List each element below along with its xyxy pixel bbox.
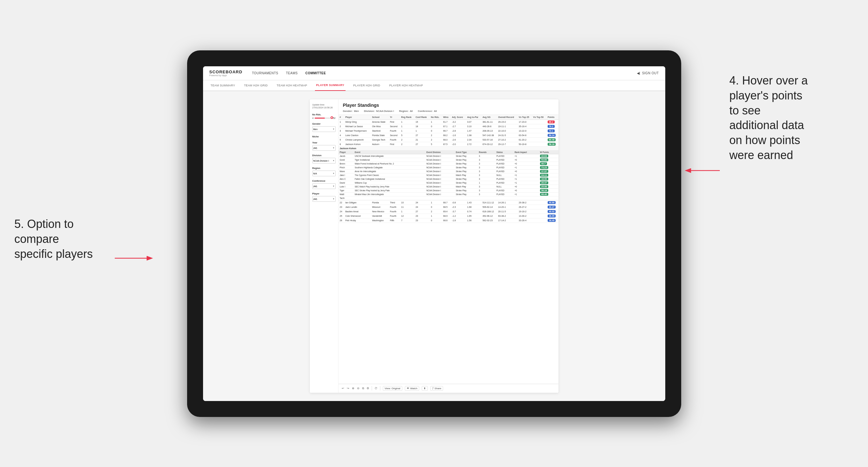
settings-icon[interactable]: ⚙ xyxy=(367,387,369,390)
cell-avg-sg: 509-62-14 xyxy=(481,205,497,209)
cell-points[interactable]: 38.95 xyxy=(546,214,558,218)
cell-avg-par: 1.98 xyxy=(466,133,481,137)
cell-points[interactable]: 40.02 xyxy=(546,209,558,214)
region-select[interactable]: N/A xyxy=(312,170,336,176)
subnav-player-h2h-heatmap[interactable]: PLAYER H2H HEATMAP xyxy=(388,80,424,91)
cell-conf-rank: 23 xyxy=(414,218,430,222)
points-badge[interactable]: 88.2 xyxy=(548,121,555,123)
points-badge[interactable]: 76.2 xyxy=(548,125,555,128)
update-time: 27/01/2024 16:56:26 xyxy=(312,106,336,110)
cell-vs25: 29-38-2 xyxy=(517,200,532,205)
annotation-5: 5. Option tocomparespecific players xyxy=(14,217,93,260)
subnav-team-h2h-heatmap[interactable]: TEAM H2H HEATMAP xyxy=(275,80,309,91)
cell-points[interactable]: 38.49 xyxy=(546,218,558,222)
watch-button[interactable]: 👁 Watch xyxy=(405,386,419,391)
year-select-wrapper: (All) ▼ xyxy=(312,145,336,151)
d-division: NCAA Division I xyxy=(425,165,455,169)
points-badge[interactable]: 68.34 xyxy=(548,134,556,137)
cell-points[interactable]: 88.2 xyxy=(546,120,558,124)
table-row: 6 Jackson Kohon Auburn First 2 27 5 87.5… xyxy=(339,142,558,146)
nav-teams[interactable]: TEAMS xyxy=(286,71,298,75)
cell-vs25: 13-30-2 xyxy=(517,214,532,218)
d-division: NCAA Division I xyxy=(425,188,455,192)
table-body: 1 Wenyi Ding Arizona State First 1 15 1 … xyxy=(339,120,558,222)
points-badge[interactable]: 58.18 xyxy=(548,143,556,146)
subnav-team-summary[interactable]: TEAM SUMMARY xyxy=(210,80,237,91)
d-type: Stroke Play xyxy=(455,177,477,181)
d-status: PLAYED xyxy=(495,169,513,173)
cell-vs25: 61-20-2 xyxy=(517,137,532,142)
cell-vs25: 63-54-6 xyxy=(517,133,532,137)
undo-icon[interactable]: ↩ xyxy=(342,387,344,390)
cell-points[interactable]: 60.49 xyxy=(546,137,558,142)
cell-player: Ian Gilligan xyxy=(344,200,371,205)
d-type: Stroke Play xyxy=(455,188,477,192)
zoom-in-icon[interactable]: ⊕ xyxy=(352,387,354,390)
cell-reg-rank: 12 xyxy=(400,214,414,218)
sign-out-link[interactable]: Sign out xyxy=(642,71,658,75)
points-badge[interactable]: 38.95 xyxy=(548,215,556,217)
cell-points[interactable]: 40.68 xyxy=(546,200,558,205)
points-badge[interactable]: 38.49 xyxy=(548,219,556,222)
d-rank: +0 xyxy=(513,162,539,165)
share-button[interactable]: ⤴ Share xyxy=(430,386,443,391)
cell-points[interactable]: 72.1 xyxy=(546,128,558,133)
cell-reg-rank: 2 xyxy=(400,137,414,142)
table-row: 26 Petr Hruby Washington Fifth 7 23 0 68… xyxy=(339,218,558,222)
d-player: Tiger xyxy=(339,188,353,192)
table-row: 2 Michael La Sasso Ole Miss Second 1 18 … xyxy=(339,124,558,128)
subnav-player-h2h-grid[interactable]: PLAYER H2H GRID xyxy=(352,80,381,91)
zoom-out-icon[interactable]: ⊖ xyxy=(357,387,360,390)
conference-select[interactable]: (All) xyxy=(312,183,336,189)
cell-overall: 14-20-1 xyxy=(497,205,518,209)
year-select[interactable]: (All) xyxy=(312,145,336,151)
gender-select[interactable]: Men xyxy=(312,126,336,132)
cell-conf-rank: 24 xyxy=(414,205,430,209)
cell-overall: 22-10-0 xyxy=(497,128,518,133)
cell-player: Jack Lundin xyxy=(344,205,371,209)
cell-reg-rank: 2 xyxy=(400,142,414,146)
redo-icon[interactable]: ↪ xyxy=(347,387,349,390)
d-division: NCAA Division I xyxy=(425,158,455,162)
points-badge[interactable]: 72.1 xyxy=(548,129,555,132)
d-points: 73.23 xyxy=(539,165,558,169)
player-select[interactable]: (All) xyxy=(312,196,336,202)
cell-points[interactable]: 40.27 xyxy=(546,205,558,209)
cell-vs50 xyxy=(532,209,546,214)
subnav-player-summary[interactable]: PLAYER SUMMARY xyxy=(315,80,346,91)
d-points: 16.50 xyxy=(539,177,558,181)
cell-adj-score: -2.8 xyxy=(451,128,466,133)
d-player: Alex C xyxy=(339,177,353,181)
cell-overall: 20-11-5 xyxy=(497,209,518,214)
subnav-team-h2h-grid[interactable]: TEAM H2H GRID xyxy=(243,80,269,91)
copy-icon[interactable]: ⧉ xyxy=(362,387,364,390)
d-player: David xyxy=(339,181,353,185)
cell-adj-score: -1.8 xyxy=(451,218,466,222)
cell-points[interactable]: 76.2 xyxy=(546,124,558,128)
cell-points[interactable]: 68.34 xyxy=(546,133,558,137)
update-label: Update time: xyxy=(312,103,336,106)
detail-data-row: Phich Southern Highlands Collegiate NCAA… xyxy=(339,165,558,169)
cell-wins: 61.7 xyxy=(442,120,451,124)
right-panel: Player Standings Gender: Men Division: N… xyxy=(339,99,558,393)
range-track[interactable] xyxy=(315,118,332,119)
tablet-screen: SCOREBOARD Powered by clippi TOURNAMENTS… xyxy=(203,66,665,401)
points-badge[interactable]: 60.49 xyxy=(548,138,556,141)
cell-school: Arizona State xyxy=(371,120,389,124)
cell-points[interactable]: 58.18 xyxy=(546,142,558,146)
points-badge[interactable]: 40.68 xyxy=(548,201,556,204)
download-button[interactable]: ⬇ xyxy=(422,386,428,391)
view-original-button[interactable]: View: Original xyxy=(383,386,402,391)
filter-gender: Gender: Men xyxy=(343,110,359,113)
division-select[interactable]: NCAA Division I xyxy=(312,158,336,163)
cell-yr: Fourth xyxy=(389,205,400,209)
cell-wins: 68.9 xyxy=(442,214,451,218)
cell-overall: 29-15-0 xyxy=(497,120,518,124)
detail-tbody: Jacob UNCW Seahawk Intercollegiate NCAA … xyxy=(339,154,558,200)
points-badge[interactable]: 40.27 xyxy=(548,206,556,209)
nav-committee[interactable]: COMMITTEE xyxy=(305,71,326,75)
points-badge[interactable]: 40.02 xyxy=(548,210,556,213)
nav-tournaments[interactable]: TOURNAMENTS xyxy=(252,71,278,75)
timer-icon[interactable]: ⏱ xyxy=(375,387,377,390)
d-status: PLAYED xyxy=(495,154,513,158)
